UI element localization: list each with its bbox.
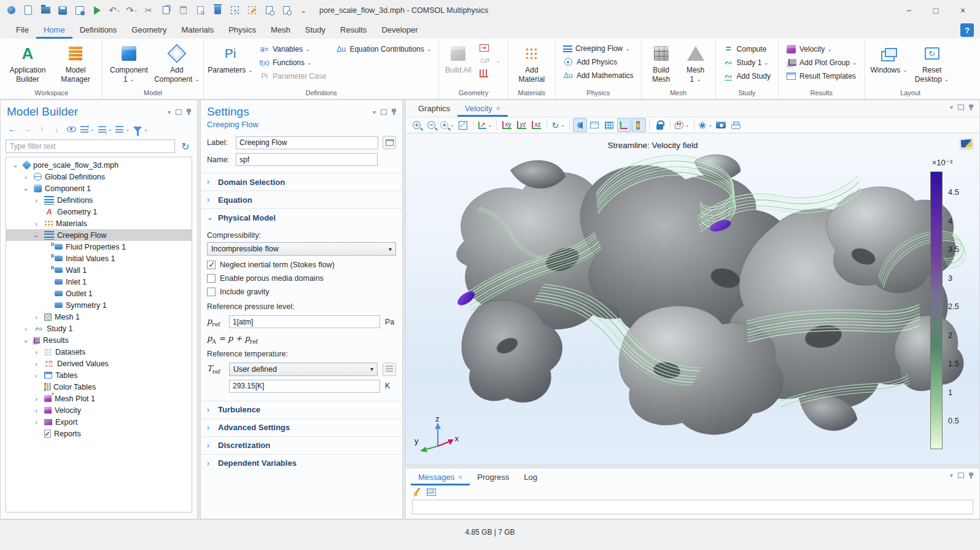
tree-expander[interactable]: › xyxy=(32,360,41,367)
checkbox-neglect-inertial[interactable]: Neglect inertial term (Stokes flow) xyxy=(207,258,396,272)
panel-menu-icon[interactable]: ▾ xyxy=(950,104,953,111)
windows-button[interactable]: Windows xyxy=(869,42,909,86)
collapse-all-icon[interactable]: ⌄ xyxy=(97,122,114,136)
tree-item-wall-1[interactable]: D Wall 1 xyxy=(6,264,192,276)
save-icon[interactable] xyxy=(55,3,70,18)
reset-desktop-button[interactable]: Reset Desktop xyxy=(912,42,952,86)
reference-pressure-input[interactable] xyxy=(229,315,380,328)
move-up-icon[interactable]: ↑ xyxy=(35,122,49,136)
go-to-view-icon[interactable]: ⌄ xyxy=(477,118,494,132)
tree-item-inlet-1[interactable]: Inlet 1 xyxy=(6,276,192,288)
temperature-input[interactable] xyxy=(229,380,380,393)
panel-menu-icon[interactable]: ▾ xyxy=(168,109,171,116)
tree-expander[interactable]: ⌄ xyxy=(21,336,30,344)
update-plot-icon[interactable]: ⌄ xyxy=(698,118,714,132)
velocity-button[interactable]: Velocity xyxy=(783,43,860,55)
tree-expander[interactable]: › xyxy=(21,325,30,332)
tree-expander[interactable]: ⌄ xyxy=(32,231,41,239)
tree-item-root[interactable]: ⌄ pore_scale_flow_3d.mph xyxy=(6,159,192,171)
move-down-icon[interactable]: ↓ xyxy=(50,122,63,136)
close-tab-icon[interactable] xyxy=(496,104,500,113)
select-box-icon[interactable] xyxy=(227,3,242,18)
rotate-icon[interactable]: ⌄ xyxy=(550,118,566,132)
graphics-canvas[interactable]: Streamline: Velocity field ×10⁻³ 4.543.5… xyxy=(405,133,980,465)
panel-menu-icon[interactable]: ▾ xyxy=(373,109,376,116)
clear-messages-icon[interactable] xyxy=(412,487,422,497)
panel-float-icon[interactable] xyxy=(958,473,964,478)
reference-temperature-select[interactable]: User defined xyxy=(229,363,378,376)
node-label-icon[interactable]: ⌄ xyxy=(114,122,131,136)
edit-label-button[interactable] xyxy=(383,136,396,149)
result-templates-button[interactable]: Result Templates xyxy=(783,70,860,82)
toolbar-separator[interactable] xyxy=(670,120,671,130)
tree-item-reports[interactable]: Reports xyxy=(6,428,192,439)
maximize-button[interactable]: □ xyxy=(922,1,949,20)
zoom-box-icon[interactable]: ⌄ xyxy=(439,118,456,132)
ribbon-tab[interactable]: File xyxy=(9,22,36,39)
close-button[interactable]: × xyxy=(949,1,976,20)
forward-icon[interactable]: → xyxy=(20,122,34,136)
tree-item-mesh-1[interactable]: › Mesh 1 xyxy=(6,311,192,323)
toolbar-separator[interactable] xyxy=(649,120,650,130)
panel-pin-icon[interactable] xyxy=(969,104,973,111)
section-discretization[interactable]: ›Discretization xyxy=(201,436,402,454)
cut-icon[interactable] xyxy=(141,3,156,18)
ribbon-tab[interactable]: Materials xyxy=(174,22,221,39)
tab-progress[interactable]: Progress xyxy=(470,469,516,485)
tree-item-initial-values-1[interactable]: D Initial Values 1 xyxy=(6,253,192,264)
paste-icon[interactable] xyxy=(176,3,190,18)
panel-float-icon[interactable] xyxy=(958,104,964,110)
view-yz-icon[interactable]: yz xyxy=(515,118,529,132)
tree-expander[interactable]: ⌄ xyxy=(21,184,30,192)
checkbox-icon[interactable] xyxy=(207,288,216,296)
print-icon[interactable] xyxy=(729,118,743,132)
tree-item-tables[interactable]: › Tables xyxy=(6,369,192,381)
tree-item-derived-values[interactable]: › Derived Values xyxy=(6,358,192,369)
tree-item-outlet-1[interactable]: Outlet 1 xyxy=(6,288,192,299)
panel-float-icon[interactable] xyxy=(176,109,182,115)
lock-icon[interactable] xyxy=(653,118,667,132)
scene-light-icon[interactable] xyxy=(573,118,587,132)
parameter-case-button[interactable]: Parameter Case xyxy=(256,70,329,82)
environment-icon[interactable] xyxy=(588,118,602,132)
duplicate-icon[interactable] xyxy=(193,3,208,18)
tab-graphics[interactable]: Graphics xyxy=(411,101,457,117)
import-button[interactable] xyxy=(476,43,504,53)
open-file-icon[interactable] xyxy=(38,3,53,18)
run-icon[interactable] xyxy=(90,3,104,18)
toolbar-separator[interactable] xyxy=(546,120,547,130)
label-input[interactable] xyxy=(236,136,378,149)
tree-expander[interactable]: › xyxy=(32,348,41,356)
tree-item-materials[interactable]: › Materials xyxy=(6,218,192,229)
section-turbulence[interactable]: ›Turbulence xyxy=(201,401,402,418)
plot-image-icon[interactable] xyxy=(959,138,973,149)
zoom-in-icon[interactable] xyxy=(410,118,424,132)
component-1-button[interactable]: Component 1 xyxy=(107,42,151,86)
close-tab-icon[interactable] xyxy=(458,473,462,482)
undo-icon[interactable]: ⌄ xyxy=(107,3,122,18)
section-equation[interactable]: ›Equation xyxy=(201,191,402,208)
add-mathematics-button[interactable]: Add Mathematics xyxy=(560,69,637,81)
ribbon-tab[interactable]: Developer xyxy=(374,22,425,39)
model-manager-button[interactable]: Model Manager xyxy=(53,42,98,86)
panel-float-icon[interactable] xyxy=(381,109,387,115)
show-axes-icon[interactable] xyxy=(617,118,631,132)
minimize-button[interactable]: − xyxy=(895,1,922,20)
toolbar-separator[interactable] xyxy=(473,120,474,130)
compute-button[interactable]: Compute xyxy=(720,43,774,55)
more-chevron-icon[interactable] xyxy=(296,3,311,18)
add-material-button[interactable]: Add Material xyxy=(513,42,551,86)
tab-messages[interactable]: Messages xyxy=(411,469,470,485)
ribbon-tab[interactable]: Home xyxy=(36,22,72,39)
ribbon-tab[interactable]: Mesh xyxy=(263,22,298,39)
tree-item-color-tables[interactable]: Color Tables xyxy=(6,381,192,393)
refresh-icon[interactable]: ↻ xyxy=(179,139,192,153)
tree-item-symmetry-1[interactable]: Symmetry 1 xyxy=(6,299,192,311)
compressibility-select[interactable]: Incompressible flow xyxy=(207,242,396,256)
show-icon[interactable] xyxy=(64,122,78,136)
tree-expander[interactable]: › xyxy=(32,395,41,403)
expand-all-icon[interactable]: ⌄ xyxy=(79,122,96,136)
messages-output[interactable] xyxy=(412,500,973,514)
ribbon-tab[interactable]: Physics xyxy=(221,22,263,39)
tree-item-creeping-flow[interactable]: ⌄ Creeping Flow xyxy=(6,229,192,241)
